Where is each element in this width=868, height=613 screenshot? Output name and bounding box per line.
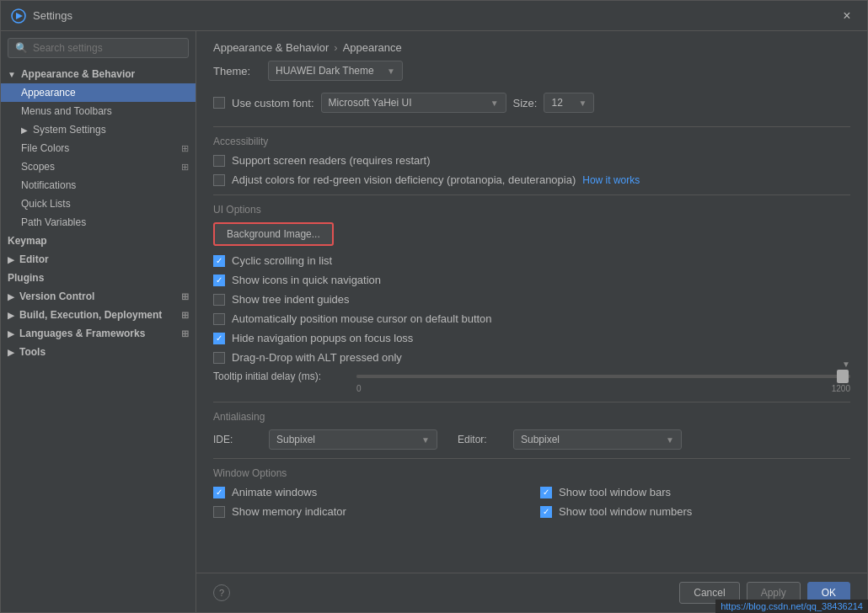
theme-label: Theme: bbox=[213, 65, 260, 77]
size-value: 12 bbox=[551, 97, 562, 109]
settings-window: Settings × 🔍 ▼ Appearance & Behavior App… bbox=[0, 0, 868, 613]
sidebar-item-build[interactable]: ▶ Build, Execution, Deployment ⊞ bbox=[1, 306, 196, 324]
chevron-right-icon-tools: ▶ bbox=[8, 348, 14, 357]
tool-window-bars-row: Show tool window bars bbox=[540, 486, 850, 498]
auto-position-checkbox[interactable] bbox=[213, 313, 225, 325]
breadcrumb: Appearance & Behavior › Appearance bbox=[196, 31, 867, 61]
size-dropdown[interactable]: 12 ▼ bbox=[544, 93, 594, 113]
breadcrumb-part1: Appearance & Behavior bbox=[213, 41, 329, 54]
tool-window-bars-checkbox[interactable] bbox=[540, 487, 552, 498]
antialiasing-title: Antialiasing bbox=[213, 411, 850, 423]
show-memory-label: Show memory indicator bbox=[232, 505, 346, 518]
sidebar-item-keymap[interactable]: Keymap bbox=[1, 232, 196, 250]
show-icons-checkbox[interactable] bbox=[213, 275, 225, 286]
cyclic-scrolling-checkbox[interactable] bbox=[213, 255, 225, 267]
hide-nav-label: Hide navigation popups on focus loss bbox=[232, 332, 413, 344]
editor-value: Subpixel bbox=[521, 434, 560, 445]
screen-readers-checkbox[interactable] bbox=[213, 155, 225, 167]
build-icon: ⊞ bbox=[181, 310, 189, 321]
search-box[interactable]: 🔍 bbox=[8, 38, 189, 58]
font-dropdown-arrow-icon: ▼ bbox=[490, 99, 499, 108]
color-deficiency-checkbox[interactable] bbox=[213, 174, 225, 186]
watermark: https://blog.csdn.net/qq_38436214 bbox=[715, 600, 868, 613]
drag-drop-row: Drag-n-Drop with ALT pressed only bbox=[213, 351, 850, 364]
content-area: Appearance & Behavior › Appearance Theme… bbox=[196, 31, 867, 612]
main-area: 🔍 ▼ Appearance & Behavior Appearance Men… bbox=[1, 31, 867, 612]
app-icon bbox=[11, 8, 26, 24]
search-input[interactable] bbox=[33, 42, 181, 54]
divider-accessibility bbox=[213, 126, 850, 127]
slider-min: 0 bbox=[356, 384, 362, 393]
tool-window-numbers-label: Show tool window numbers bbox=[559, 505, 692, 518]
font-dropdown[interactable]: Microsoft YaHei UI ▼ bbox=[321, 93, 506, 113]
sidebar-item-appearance-behavior[interactable]: ▼ Appearance & Behavior bbox=[1, 65, 196, 83]
sidebar-item-plugins[interactable]: Plugins bbox=[1, 269, 196, 287]
slider-thumb[interactable] bbox=[837, 370, 849, 383]
theme-row: Theme: HUAWEI Dark Theme ▼ bbox=[213, 61, 850, 81]
sidebar-item-editor[interactable]: ▶ Editor bbox=[1, 250, 196, 269]
footer-left: ? bbox=[213, 584, 230, 601]
slider-max: 1200 bbox=[832, 384, 850, 393]
hide-nav-checkbox[interactable] bbox=[213, 333, 225, 344]
sidebar-item-path-variables[interactable]: Path Variables bbox=[1, 213, 196, 232]
bg-image-button[interactable]: Background Image... bbox=[213, 222, 334, 246]
animate-windows-checkbox[interactable] bbox=[213, 487, 225, 498]
custom-font-label: Use custom font: bbox=[232, 97, 314, 109]
sidebar-item-quick-lists[interactable]: Quick Lists bbox=[1, 195, 196, 213]
color-deficiency-row: Adjust colors for red-green vision defic… bbox=[213, 173, 850, 186]
window-options-left: Animate windows Show memory indicator bbox=[213, 486, 523, 525]
breadcrumb-separator: › bbox=[334, 41, 337, 54]
font-row: Use custom font: Microsoft YaHei UI ▼ Si… bbox=[213, 93, 850, 113]
tool-window-bars-label: Show tool window bars bbox=[559, 486, 671, 498]
theme-dropdown[interactable]: HUAWEI Dark Theme ▼ bbox=[268, 61, 403, 81]
size-dropdown-arrow-icon: ▼ bbox=[579, 99, 587, 108]
show-tree-checkbox[interactable] bbox=[213, 294, 225, 306]
window-options-title: Window Options bbox=[213, 467, 850, 479]
tool-window-numbers-checkbox[interactable] bbox=[540, 506, 552, 518]
sidebar-item-version-control[interactable]: ▶ Version Control ⊞ bbox=[1, 287, 196, 306]
editor-dropdown[interactable]: Subpixel ▼ bbox=[513, 429, 682, 450]
divider-ui-options bbox=[213, 195, 850, 195]
sidebar-item-tools[interactable]: ▶ Tools bbox=[1, 343, 196, 361]
sidebar-item-appearance[interactable]: Appearance bbox=[1, 83, 196, 102]
ide-dropdown-arrow-icon: ▼ bbox=[421, 435, 430, 445]
dropdown-arrow-icon: ▼ bbox=[387, 67, 395, 76]
chevron-right-icon-lang: ▶ bbox=[8, 329, 14, 338]
tooltip-slider-container: Tooltip initial delay (ms): ▼ 0 1200 bbox=[213, 370, 850, 393]
editor-aa-label: Editor: bbox=[458, 434, 500, 445]
sidebar-item-notifications[interactable]: Notifications bbox=[1, 176, 196, 195]
show-memory-checkbox[interactable] bbox=[213, 506, 225, 518]
show-tree-row: Show tree indent guides bbox=[213, 293, 850, 306]
sidebar-item-file-colors[interactable]: File Colors ⊞ bbox=[1, 139, 196, 157]
close-button[interactable]: × bbox=[837, 6, 857, 26]
sidebar-item-languages[interactable]: ▶ Languages & Frameworks ⊞ bbox=[1, 324, 196, 343]
sidebar-item-scopes[interactable]: Scopes ⊞ bbox=[1, 157, 196, 176]
window-title: Settings bbox=[33, 9, 72, 22]
vc-icon: ⊞ bbox=[181, 291, 189, 302]
breadcrumb-part2: Appearance bbox=[343, 41, 402, 54]
search-icon: 🔍 bbox=[15, 42, 28, 54]
chevron-right-icon-build: ▶ bbox=[8, 311, 14, 320]
color-deficiency-label: Adjust colors for red-green vision defic… bbox=[232, 173, 576, 186]
tooltip-slider-track[interactable]: ▼ bbox=[356, 375, 850, 378]
ide-label: IDE: bbox=[213, 434, 255, 445]
divider-antialiasing bbox=[213, 402, 850, 402]
tooltip-slider-row: Tooltip initial delay (ms): ▼ bbox=[213, 370, 850, 382]
custom-font-checkbox[interactable] bbox=[213, 97, 225, 109]
ide-dropdown[interactable]: Subpixel ▼ bbox=[269, 429, 437, 450]
divider-window-options bbox=[213, 458, 850, 459]
show-icons-label: Show icons in quick navigation bbox=[232, 274, 381, 286]
editor-dropdown-arrow-icon: ▼ bbox=[666, 435, 674, 445]
drag-drop-checkbox[interactable] bbox=[213, 352, 225, 364]
chevron-right-icon: ▶ bbox=[21, 125, 28, 135]
sidebar-item-menus-toolbars[interactable]: Menus and Toolbars bbox=[1, 102, 196, 120]
chevron-right-icon-vc: ▶ bbox=[8, 292, 14, 301]
sidebar-item-system-settings[interactable]: ▶ System Settings bbox=[1, 120, 196, 139]
help-button[interactable]: ? bbox=[213, 584, 230, 601]
show-icons-row: Show icons in quick navigation bbox=[213, 274, 850, 286]
drag-drop-label: Drag-n-Drop with ALT pressed only bbox=[232, 351, 402, 364]
window-options-right: Show tool window bars Show tool window n… bbox=[540, 486, 850, 525]
sidebar: 🔍 ▼ Appearance & Behavior Appearance Men… bbox=[1, 31, 196, 612]
how-it-works-link[interactable]: How it works bbox=[582, 174, 640, 186]
tooltip-label: Tooltip initial delay (ms): bbox=[213, 370, 348, 382]
